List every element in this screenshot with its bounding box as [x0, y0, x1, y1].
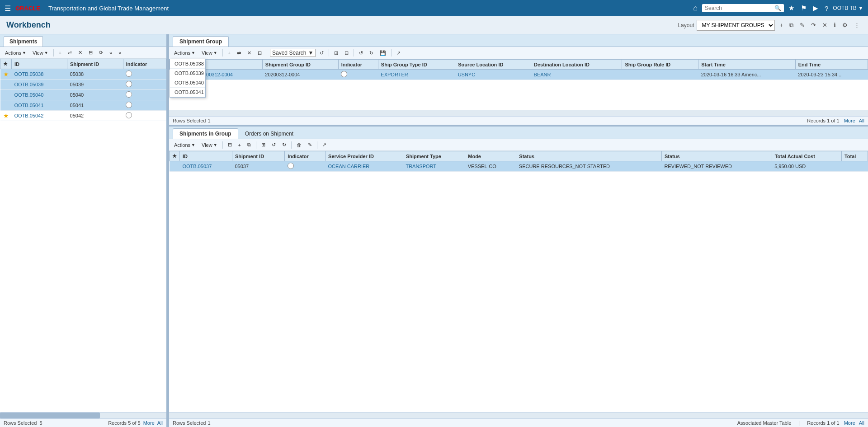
flag-icon[interactable]: ⚑	[801, 4, 807, 12]
layout-redo-btn[interactable]: ↷	[809, 21, 818, 30]
id-cell[interactable]: OOTB.05042	[12, 111, 67, 121]
sg-source-cell[interactable]: USNYC	[455, 70, 531, 80]
filter-button[interactable]: ⊟	[86, 49, 95, 56]
home-icon[interactable]: ⌂	[693, 4, 698, 12]
sig-type-cell[interactable]: TRANSPORT	[403, 161, 465, 172]
lower-more-link[interactable]: More	[844, 420, 855, 426]
right-add-btn[interactable]: +	[226, 49, 233, 56]
layout-select[interactable]: MY SHIPMENT GROUPS	[697, 20, 775, 31]
id-cell[interactable]: OOTB.05038	[12, 69, 67, 80]
table-row[interactable]: ★ OOTB.05038 05038	[0, 69, 166, 80]
lower-grid3-btn[interactable]: ⊞	[259, 141, 268, 149]
right-redo2-btn[interactable]: ↻	[367, 49, 376, 57]
lower-actions-btn[interactable]: Actions ▼	[172, 141, 198, 149]
lower-filter-btn[interactable]: ⊟	[226, 141, 234, 149]
saved-search-input[interactable]: Saved Search ▼	[270, 49, 316, 57]
collapse-button[interactable]: »	[116, 49, 123, 56]
right-search-reset-btn[interactable]: ↺	[317, 49, 326, 57]
search-icon[interactable]: 🔍	[774, 5, 781, 11]
right-view-button[interactable]: View ▼	[199, 49, 220, 56]
view-button[interactable]: View ▼	[30, 49, 51, 56]
sg-dest-cell[interactable]: BEANR	[531, 70, 622, 80]
right-filter-btn[interactable]: ⊟	[255, 49, 264, 57]
right-split-btn[interactable]: ⇌	[235, 49, 243, 57]
sig-id-link[interactable]: OOTB.05037	[183, 164, 212, 169]
refresh-button[interactable]: ⟳	[97, 49, 105, 56]
lower-redo3-btn[interactable]: ↻	[280, 141, 288, 149]
saved-search-dropdown-icon[interactable]: ▼	[308, 50, 313, 56]
sig-provider-cell[interactable]: OCEAN CARRIER	[326, 161, 403, 172]
lower-copy-btn[interactable]: ⧉	[245, 141, 253, 149]
id-link[interactable]: OOTB.05041	[14, 103, 44, 108]
lower-all-link[interactable]: All	[859, 420, 864, 426]
lower-export2-btn[interactable]: ↗	[320, 141, 329, 149]
table-row[interactable]: OOTB.20200312-0004 20200312-0004 EXPORTE…	[170, 70, 868, 80]
id-link[interactable]: OOTB.05038	[14, 71, 44, 77]
right-export-btn[interactable]: ↗	[394, 49, 403, 57]
shipments-tab[interactable]: Shipments	[4, 36, 43, 47]
all-link[interactable]: All	[157, 420, 163, 426]
bookmark-icon[interactable]: ★	[788, 4, 794, 12]
layout-edit-btn[interactable]: ✎	[798, 21, 807, 30]
layout-add-btn[interactable]: +	[778, 21, 785, 30]
right-grid2-btn[interactable]: ⊟	[342, 49, 351, 57]
bell-icon[interactable]: ▶	[813, 4, 818, 12]
right-delete-btn[interactable]: ✕	[245, 49, 254, 57]
right-undo-btn[interactable]: ↺	[357, 49, 365, 57]
lower-scroll-x[interactable]	[169, 412, 868, 418]
layout-copy-btn[interactable]: ⧉	[788, 21, 795, 30]
right-save-btn[interactable]: 💾	[377, 49, 388, 57]
orders-on-shipment-tab[interactable]: Orders on Shipment	[238, 128, 300, 139]
more-link[interactable]: More	[143, 420, 155, 426]
layout-info-btn[interactable]: ℹ	[832, 21, 838, 30]
id-cell[interactable]: OOTB.05039	[12, 80, 67, 90]
id-cell[interactable]: OOTB.05041	[12, 100, 67, 111]
id-link[interactable]: OOTB.05040	[14, 92, 44, 98]
upper-scroll-x[interactable]	[169, 110, 868, 116]
id-link[interactable]: OOTB.05039	[14, 82, 44, 87]
lower-trash-btn[interactable]: 🗑	[294, 141, 304, 149]
star-cell[interactable]: ★	[0, 111, 12, 121]
star-cell[interactable]: ★	[0, 69, 12, 80]
more-actions-button[interactable]: »	[107, 49, 114, 56]
context-item-1[interactable]: OOTB.05038	[170, 59, 205, 69]
star-cell[interactable]	[0, 100, 12, 111]
star-cell[interactable]	[0, 90, 12, 100]
right-actions-button[interactable]: Actions ▼	[172, 49, 198, 56]
right-grid-btn[interactable]: ⊞	[332, 49, 340, 57]
user-menu[interactable]: OOTB TB ▼	[833, 5, 863, 11]
lower-view-btn[interactable]: View ▼	[199, 141, 220, 149]
sig-id-cell[interactable]: OOTB.05037	[180, 161, 232, 172]
layout-settings-btn[interactable]: ⚙	[840, 21, 849, 30]
star-cell[interactable]	[0, 80, 12, 90]
id-cell[interactable]: OOTB.05040	[12, 90, 67, 100]
lower-undo2-btn[interactable]: ↺	[269, 141, 278, 149]
menu-icon[interactable]: ☰	[5, 4, 11, 13]
upper-more-link[interactable]: More	[844, 118, 855, 123]
shipments-in-group-tab[interactable]: Shipments in Group	[173, 128, 238, 139]
layout-close-btn[interactable]: ✕	[821, 21, 829, 30]
left-scroll[interactable]	[0, 412, 166, 418]
sg-type-cell[interactable]: EXPORTER	[378, 70, 455, 80]
help-icon[interactable]: ?	[825, 5, 828, 12]
left-scroll-thumb[interactable]	[0, 413, 100, 418]
table-row[interactable]: OOTB.05040 05040	[0, 90, 166, 100]
context-item-3[interactable]: OOTB.05040	[170, 78, 205, 88]
actions-button[interactable]: Actions ▼	[3, 49, 28, 56]
split-button[interactable]: ⇌	[66, 49, 74, 56]
lower-edit2-btn[interactable]: ✎	[306, 141, 314, 149]
search-input[interactable]	[705, 5, 773, 11]
upper-all-link[interactable]: All	[859, 118, 864, 123]
context-item-2[interactable]: OOTB.05039	[170, 69, 205, 78]
delete-button[interactable]: ✕	[76, 49, 85, 56]
shipment-group-tab[interactable]: Shipment Group	[173, 36, 229, 47]
context-item-4[interactable]: OOTB.05041	[170, 88, 205, 97]
table-row[interactable]: ★ OOTB.05042 05042	[0, 111, 166, 121]
table-row[interactable]: OOTB.05041 05041	[0, 100, 166, 111]
add-button[interactable]: +	[57, 49, 64, 56]
table-row[interactable]: OOTB.05039 05039	[0, 80, 166, 90]
layout-more-btn[interactable]: ⋮	[852, 21, 862, 30]
lower-add2-btn[interactable]: +	[236, 141, 243, 149]
id-link[interactable]: OOTB.05042	[14, 113, 44, 118]
table-row[interactable]: OOTB.05037 05037 OCEAN CARRIER TRANSPORT…	[170, 161, 868, 172]
